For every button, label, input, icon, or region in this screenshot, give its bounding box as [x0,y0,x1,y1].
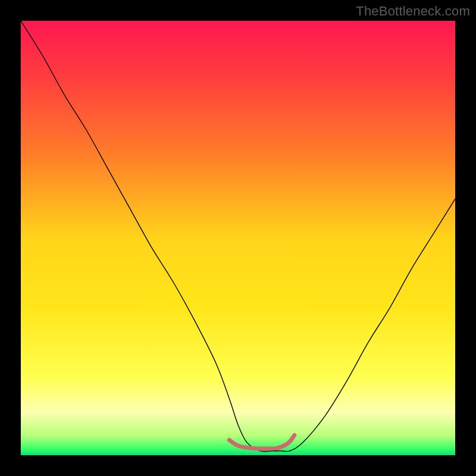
gradient-background [21,21,455,455]
plot-area [21,21,455,455]
chart-frame: TheBottleneck.com [0,0,476,476]
chart-svg [21,21,455,455]
watermark-text: TheBottleneck.com [356,4,470,19]
